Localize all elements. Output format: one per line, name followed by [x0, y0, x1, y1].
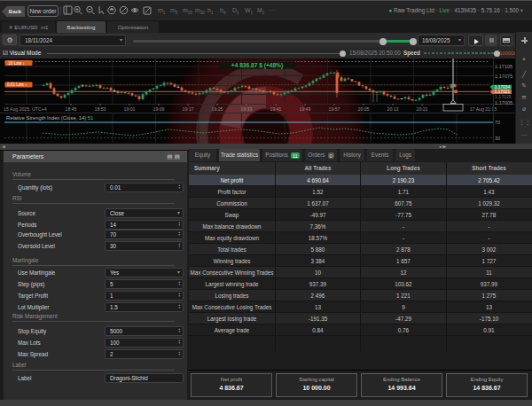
svg-text:20:05: 20:05 — [358, 106, 370, 112]
svg-text:19:49: 19:49 — [300, 106, 311, 112]
svg-text:1.17025: 1.17025 — [495, 94, 512, 99]
svg-text:.10 Lots ↓: .10 Lots ↓ — [7, 61, 25, 66]
svg-text:1.17075: 1.17075 — [495, 74, 512, 79]
svg-text:19:57: 19:57 — [329, 106, 340, 112]
svg-text:+4 836.87 $ (+48%): +4 836.87 $ (+48%) — [231, 62, 283, 69]
svg-text:18:45: 18:45 — [66, 106, 77, 112]
svg-text:20:13: 20:13 — [387, 106, 399, 112]
svg-text:30: 30 — [495, 136, 500, 141]
svg-text:0.01 Lots ↓: 0.01 Lots ↓ — [7, 82, 27, 87]
svg-text:Relative Strength Index (Close: Relative Strength Index (Close, 14) 51 — [6, 115, 93, 121]
svg-text:19:09: 19:09 — [153, 106, 165, 112]
svg-text:18:53: 18:53 — [95, 106, 106, 112]
svg-text:19:25: 19:25 — [212, 106, 223, 112]
svg-text:19:33: 19:33 — [241, 106, 253, 112]
svg-text:19:41: 19:41 — [270, 106, 282, 112]
svg-text:70: 70 — [495, 120, 500, 125]
svg-text:1.17105: 1.17105 — [495, 64, 512, 69]
svg-text:20:21: 20:21 — [417, 106, 428, 112]
svg-text:17 Aug 21:15: 17 Aug 21:15 — [470, 106, 497, 112]
svg-text:1.17005: 1.17005 — [495, 100, 512, 105]
svg-text:1.17034: 1.17034 — [495, 85, 511, 90]
svg-text:15 Aug 2025, UTC+4: 15 Aug 2025, UTC+4 — [4, 106, 47, 112]
svg-text:19:17: 19:17 — [183, 106, 194, 112]
svg-text:19:01: 19:01 — [124, 106, 136, 112]
